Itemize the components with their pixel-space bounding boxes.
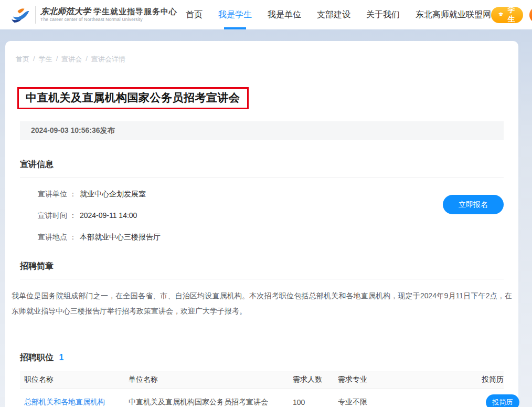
top-header: 东北师范大学 学生就业指导服务中心 The career center of N… bbox=[0, 0, 532, 29]
presentation-info-rows: 宣讲单位 ： 就业中心企划发展室 宣讲时间 ： 2024-09-11 14:00… bbox=[20, 190, 504, 242]
table-row: 总部机关和各地直属机构 中直机关及直属机构国家公务员招考宣讲会 100 专业不限… bbox=[20, 389, 504, 407]
recruitment-brochure-heading: 招聘简章 bbox=[20, 261, 504, 279]
cell-major: 专业不限 bbox=[338, 398, 462, 407]
nav-item-about-us[interactable]: 关于我们 bbox=[366, 0, 400, 29]
breadcrumb-home[interactable]: 首页 bbox=[16, 55, 29, 64]
info-value-unit: 就业中心企划发展室 bbox=[80, 190, 146, 199]
submit-resume-button[interactable]: 投简历 bbox=[486, 394, 519, 407]
positions-count-badge: 1 bbox=[59, 353, 63, 362]
col-header-company: 单位名称 bbox=[129, 375, 293, 384]
graduation-cap-icon bbox=[498, 11, 504, 19]
brand-logo-block[interactable]: 东北师范大学 学生就业指导服务中心 The career center of N… bbox=[8, 5, 177, 25]
recruitment-brochure-text: 我单位是国务院组成部门之一，在全国各省、市、自治区均设直属机构。本次招考职位包括… bbox=[12, 288, 512, 319]
positions-heading: 招聘职位 1 bbox=[20, 352, 504, 363]
col-header-headcount: 需求人数 bbox=[293, 375, 338, 384]
main-nav: 首页 我是学生 我是单位 支部建设 关于我们 东北高师就业联盟网 bbox=[186, 0, 491, 29]
nav-item-branch-building[interactable]: 支部建设 bbox=[317, 0, 350, 29]
brand-english-subtitle: The career center of Northeast Normal Un… bbox=[40, 17, 177, 23]
university-name: 东北师范大学 bbox=[40, 7, 91, 16]
publish-time-bar: 2024-09-03 10:56:36发布 bbox=[20, 121, 504, 140]
nav-item-alliance-site[interactable]: 东北高师就业联盟网 bbox=[416, 0, 491, 29]
recruitment-brochure-section: 招聘简章 我单位是国务院组成部门之一，在全国各省、市、自治区均设直属机构。本次招… bbox=[20, 261, 504, 319]
positions-table: 职位名称 单位名称 需求人数 需求专业 投简历 总部机关和各地直属机构 中直机关… bbox=[20, 371, 504, 407]
positions-section: 招聘职位 1 职位名称 单位名称 需求人数 需求专业 投简历 总部机关和各地直属… bbox=[20, 352, 504, 407]
detail-card: 首页 / 学生 / 宣讲会 / 宣讲会详情 中直机关及直属机构国家公务员招考宣讲… bbox=[5, 41, 518, 407]
breadcrumb-separator: / bbox=[56, 55, 58, 64]
info-value-time: 2024-09-11 14:00 bbox=[80, 211, 137, 221]
nav-item-student[interactable]: 我是学生 bbox=[218, 0, 252, 29]
breadcrumb-detail: 宣讲会详情 bbox=[91, 55, 125, 64]
col-header-resume: 投简历 bbox=[462, 375, 504, 384]
info-row-place: 宣讲地点 ： 本部就业中心三楼报告厅 bbox=[38, 233, 504, 242]
info-row-time: 宣讲时间 ： 2024-09-11 14:00 bbox=[38, 211, 504, 221]
info-label-time: 宣讲时间 ： bbox=[38, 211, 77, 221]
university-swoosh-logo-icon bbox=[8, 5, 30, 25]
col-header-major: 需求专业 bbox=[338, 375, 462, 384]
position-link[interactable]: 总部机关和各地直属机构 bbox=[24, 398, 105, 406]
cell-position-name: 总部机关和各地直属机构 bbox=[20, 398, 129, 407]
breadcrumb-separator: / bbox=[33, 55, 35, 64]
breadcrumb-student[interactable]: 学生 bbox=[39, 55, 52, 64]
apply-now-button[interactable]: 立即报名 bbox=[443, 195, 504, 214]
cell-headcount: 100 bbox=[293, 398, 338, 406]
page-title: 中直机关及直属机构国家公务员招考宣讲会 bbox=[26, 90, 240, 105]
brand-text: 东北师范大学 学生就业指导服务中心 The career center of N… bbox=[40, 7, 177, 23]
publish-time: 2024-09-03 10:56:36发布 bbox=[31, 126, 115, 135]
presentation-info-heading: 宣讲信息 bbox=[20, 159, 504, 178]
info-label-place: 宣讲地点 ： bbox=[38, 233, 77, 242]
info-value-place: 本部就业中心三楼报告厅 bbox=[80, 233, 161, 242]
student-login-label: 学生 bbox=[506, 5, 516, 24]
cell-company-name: 中直机关及直属机构国家公务员招考宣讲会 bbox=[129, 398, 293, 407]
cell-resume-action: 投简历 bbox=[462, 394, 519, 407]
teacher-login-button[interactable]: 老师 bbox=[529, 7, 532, 23]
nav-item-employer[interactable]: 我是单位 bbox=[268, 0, 301, 29]
breadcrumb-separator: / bbox=[86, 55, 88, 64]
breadcrumb-presentations[interactable]: 宣讲会 bbox=[61, 55, 82, 64]
nav-item-home[interactable]: 首页 bbox=[186, 0, 203, 29]
col-header-position: 职位名称 bbox=[20, 375, 129, 384]
student-login-button[interactable]: 学生 bbox=[491, 7, 523, 23]
breadcrumb: 首页 / 学生 / 宣讲会 / 宣讲会详情 bbox=[5, 41, 518, 64]
role-login-buttons: 学生 老师 单位 bbox=[491, 7, 532, 23]
positions-heading-label: 招聘职位 bbox=[20, 353, 54, 362]
annotation-highlight-box: 中直机关及直属机构国家公务员招考宣讲会 bbox=[17, 87, 249, 109]
positions-table-header: 职位名称 单位名称 需求人数 需求专业 投简历 bbox=[20, 371, 504, 389]
info-row-unit: 宣讲单位 ： 就业中心企划发展室 bbox=[38, 190, 504, 199]
presentation-info-section: 宣讲信息 宣讲单位 ： 就业中心企划发展室 宣讲时间 ： 2024-09-11 … bbox=[20, 159, 504, 242]
page: 东北师范大学 学生就业指导服务中心 The career center of N… bbox=[0, 0, 532, 407]
brand-divider bbox=[35, 6, 36, 24]
info-label-unit: 宣讲单位 ： bbox=[38, 190, 77, 199]
career-center-name: 学生就业指导服务中心 bbox=[93, 7, 177, 16]
